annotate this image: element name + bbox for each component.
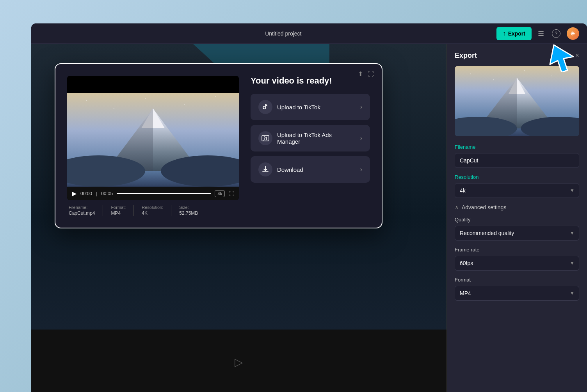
svg-point-16 (551, 75, 552, 76)
video-ready-title: Your video is ready! (251, 76, 370, 86)
menu-icon: ☰ (538, 29, 544, 38)
quality-field-group: Quality Recommended quality High quality… (455, 217, 579, 241)
meta-resolution: Resolution: 4K (142, 205, 163, 216)
video-controls: ▶ 00:00 | 00:05 4k ⛶ (67, 187, 239, 200)
resolution-meta-value: 4K (142, 210, 163, 216)
video-thumbnail (67, 93, 239, 187)
close-icon: × (575, 52, 579, 59)
black-bar-top (67, 76, 239, 93)
current-time: 00:00 (80, 191, 92, 196)
fullscreen-video-button[interactable]: ⛶ (229, 191, 234, 197)
modal-actions-section: Your video is ready! Upload to TikTok › (251, 76, 370, 216)
share-icon: ⬆ (358, 71, 363, 77)
size-value: 52.75MB (179, 210, 198, 216)
download-button[interactable]: Download › (251, 156, 370, 183)
header-actions: ↑ Export ☰ ? ☀ (496, 27, 579, 40)
filename-field-label: Filename (455, 144, 579, 150)
chevron-right-icon-3: › (360, 166, 362, 173)
upload-tiktok-ads-label: Upload to TikTok Ads Manager (277, 132, 356, 145)
format-field-label: Format (455, 277, 579, 283)
center-play-area[interactable]: ▷ (235, 356, 243, 369)
chevron-up-icon: ∧ (455, 204, 459, 210)
framerate-field-group: Frame rate 24fps 30fps 60fps ▼ (455, 247, 579, 271)
export-up-icon: ↑ (503, 30, 506, 37)
help-icon-button[interactable]: ? (550, 28, 562, 39)
svg-point-17 (567, 69, 568, 69)
tiktok-ads-icon (261, 134, 270, 143)
meta-divider-3 (171, 205, 171, 216)
svg-point-1 (86, 100, 87, 101)
modal-content: ▶ 00:00 | 00:05 4k ⛶ (67, 76, 370, 216)
resolution-field-group: Resolution 720p 1080p 2k 4k ▼ (455, 174, 579, 198)
app-window: Untitled project ↑ Export ☰ ? ☀ (31, 23, 587, 392)
menu-icon-button[interactable]: ☰ (536, 28, 546, 39)
filename-field-group: Filename (455, 144, 579, 174)
svg-point-3 (145, 98, 146, 99)
size-label: Size: (179, 205, 198, 210)
export-panel: Export × (446, 44, 587, 392)
chevron-right-icon-1: › (360, 103, 362, 110)
quality-field-label: Quality (455, 217, 579, 223)
export-panel-close-button[interactable]: × (575, 52, 579, 60)
advanced-settings-toggle[interactable]: ∧ Advanced settings (455, 204, 506, 210)
video-frame: ▶ 00:00 | 00:05 4k ⛶ (67, 76, 239, 200)
filename-label: Filename: (69, 205, 95, 210)
play-icon: ▶ (72, 190, 76, 197)
user-avatar-button[interactable]: ☀ (567, 27, 579, 40)
modal-fullscreen-button[interactable]: ⛶ (368, 70, 374, 78)
progress-bar[interactable] (117, 193, 211, 194)
format-value: MP4 (111, 210, 126, 216)
upload-tiktok-button[interactable]: Upload to TikTok › (251, 94, 370, 120)
filename-value: CapCut.mp4 (69, 210, 95, 216)
video-ready-modal: ⬆ ⛶ (55, 63, 382, 228)
modal-top-icons: ⬆ ⛶ (358, 70, 374, 78)
download-icon (261, 165, 270, 174)
export-panel-title: Export (455, 52, 477, 60)
quality-select-wrapper: Recommended quality High quality Custom … (455, 226, 579, 241)
upload-tiktok-ads-button[interactable]: Upload to TikTok Ads Manager › (251, 125, 370, 151)
export-preview-svg (455, 66, 579, 136)
meta-divider-2 (133, 205, 134, 216)
upload-tiktok-label: Upload to TikTok (277, 104, 356, 110)
fullscreen-icon: ⛶ (368, 71, 374, 77)
resolution-field-label: Resolution (455, 174, 579, 180)
modal-share-button[interactable]: ⬆ (358, 70, 363, 78)
header-bar: Untitled project ↑ Export ☰ ? ☀ (31, 23, 587, 44)
video-player-section: ▶ 00:00 | 00:05 4k ⛶ (67, 76, 239, 216)
meta-divider-1 (103, 205, 103, 216)
mountain-thumbnail-svg (67, 93, 239, 187)
svg-point-13 (470, 73, 471, 74)
framerate-select[interactable]: 24fps 30fps 60fps (455, 256, 579, 271)
quality-select[interactable]: Recommended quality High quality Custom (455, 226, 579, 241)
svg-point-2 (114, 108, 114, 109)
svg-point-4 (184, 104, 185, 105)
svg-point-14 (493, 79, 494, 80)
export-label: Export (508, 30, 525, 37)
resolution-select-wrapper: 720p 1080p 2k 4k ▼ (455, 183, 579, 198)
download-icon-wrapper (258, 162, 272, 176)
help-icon: ? (552, 29, 560, 38)
framerate-field-label: Frame rate (455, 247, 579, 253)
filename-input[interactable] (455, 153, 579, 168)
svg-point-5 (215, 96, 216, 97)
export-preview-image (455, 66, 579, 136)
time-separator: | (96, 191, 97, 196)
svg-rect-11 (262, 135, 269, 141)
play-button[interactable]: ▶ (72, 190, 76, 197)
svg-point-15 (524, 70, 525, 71)
app-content: ▷ ⬆ ⛶ (31, 44, 587, 392)
resolution-select[interactable]: 720p 1080p 2k 4k (455, 183, 579, 198)
video-metadata: Filename: CapCut.mp4 Format: MP4 Resolut… (67, 200, 239, 216)
format-label: Format: (111, 205, 126, 210)
tiktok-ads-icon-wrapper (258, 131, 272, 145)
export-button[interactable]: ↑ Export (496, 27, 532, 40)
export-panel-header: Export × (455, 52, 579, 60)
download-label: Download (277, 166, 356, 173)
format-select[interactable]: MP4 MOV GIF (455, 286, 579, 301)
quality-badge: 4k (215, 190, 225, 197)
project-title: Untitled project (265, 30, 301, 37)
chevron-right-icon-2: › (360, 135, 362, 142)
resolution-meta-label: Resolution: (142, 205, 163, 210)
play-icon-center: ▷ (235, 356, 243, 368)
avatar-icon: ☀ (570, 30, 575, 37)
